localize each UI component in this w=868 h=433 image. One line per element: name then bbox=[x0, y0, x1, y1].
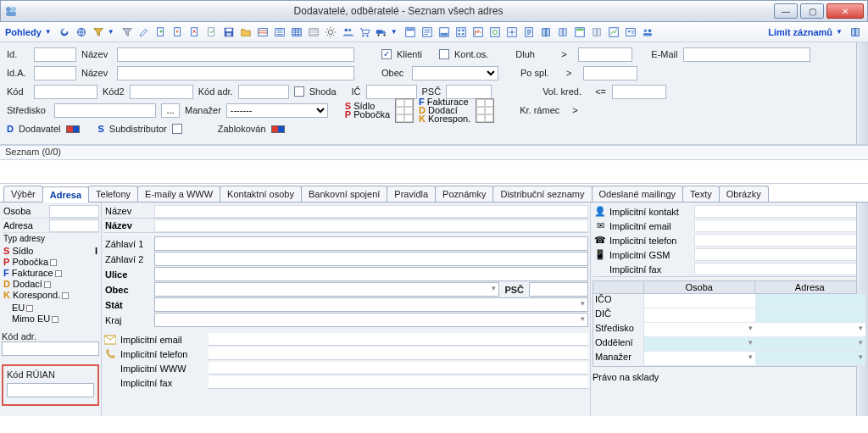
nazev2-input[interactable] bbox=[117, 66, 354, 80]
manazer-select[interactable]: ------- bbox=[226, 103, 328, 118]
m-imp-email-value[interactable] bbox=[209, 333, 588, 346]
check-doc-icon[interactable] bbox=[204, 25, 220, 40]
m-kraj-select[interactable] bbox=[154, 313, 588, 327]
at-korespond-marker[interactable] bbox=[62, 292, 69, 299]
m-imp-fax-value[interactable] bbox=[209, 376, 588, 389]
m-zahlavi1-input[interactable] bbox=[154, 236, 588, 251]
m-ulice-input[interactable] bbox=[154, 267, 588, 281]
ico-adresa[interactable] bbox=[755, 294, 866, 308]
people2-icon[interactable] bbox=[640, 25, 655, 40]
m-nazev-value[interactable] bbox=[154, 205, 588, 218]
kontos-checkbox[interactable] bbox=[439, 49, 449, 59]
at-eu-marker[interactable] bbox=[26, 305, 33, 312]
book3-icon[interactable] bbox=[589, 25, 604, 40]
kod2-input[interactable] bbox=[130, 85, 193, 99]
ic-input[interactable] bbox=[366, 85, 417, 99]
volkred-input[interactable] bbox=[612, 85, 666, 99]
r-imp-fax-value[interactable] bbox=[694, 263, 866, 275]
r-imp-telefon-value[interactable] bbox=[694, 234, 866, 247]
book2-icon[interactable] bbox=[555, 25, 570, 40]
tab-bankovn-spojen-[interactable]: Bankovní spojení bbox=[301, 186, 387, 202]
m-imp-telefon-value[interactable] bbox=[209, 347, 588, 360]
globe-icon[interactable] bbox=[74, 25, 89, 40]
at-dodaci-marker[interactable] bbox=[44, 281, 51, 288]
book1-icon[interactable] bbox=[538, 25, 554, 40]
oddel-osoba[interactable] bbox=[644, 337, 755, 352]
tab-odeslan-mailingy[interactable]: Odeslané mailingy bbox=[592, 186, 684, 202]
tab-kontaktn-osoby[interactable]: Kontaktní osoby bbox=[220, 186, 302, 202]
gear-icon[interactable] bbox=[323, 25, 338, 40]
views-menu[interactable]: Pohledy bbox=[5, 27, 42, 37]
dodavatel-toggle[interactable] bbox=[66, 125, 80, 133]
email-input[interactable] bbox=[683, 47, 810, 62]
sp-grid[interactable] bbox=[395, 98, 414, 123]
limit-menu[interactable]: Limit záznamů bbox=[768, 27, 832, 37]
open-folder-icon[interactable] bbox=[238, 25, 253, 40]
form-green-icon[interactable] bbox=[572, 25, 587, 40]
refresh-icon[interactable] bbox=[57, 25, 72, 40]
stredisko-browse-button[interactable]: ... bbox=[161, 103, 180, 118]
ico-osoba[interactable] bbox=[644, 294, 755, 308]
dic-osoba[interactable] bbox=[644, 308, 755, 323]
form7-icon[interactable] bbox=[504, 25, 520, 40]
list3-icon[interactable] bbox=[289, 25, 304, 40]
minimize-button[interactable]: — bbox=[774, 3, 798, 19]
close-button[interactable]: ✕ bbox=[826, 3, 864, 19]
tab-telefony[interactable]: Telefony bbox=[88, 186, 138, 202]
tab-distribu-n-seznamy[interactable]: Distribuční seznamy bbox=[492, 186, 592, 202]
doc-lines-icon[interactable] bbox=[521, 25, 537, 40]
filter-scrollbar[interactable] bbox=[856, 42, 868, 144]
kodadr2-input[interactable] bbox=[2, 341, 99, 356]
form8-icon[interactable] bbox=[606, 25, 621, 40]
book-end-icon[interactable] bbox=[848, 25, 863, 40]
truck-icon[interactable] bbox=[374, 25, 389, 40]
m-psc-input[interactable] bbox=[529, 282, 588, 297]
tab-pozn-mky[interactable]: Poznámky bbox=[435, 186, 493, 202]
m-zahlavi2-input[interactable] bbox=[154, 252, 588, 266]
m-imp-www-value[interactable] bbox=[209, 362, 588, 375]
save-icon[interactable] bbox=[221, 25, 236, 40]
tab-texty[interactable]: Texty bbox=[682, 186, 720, 202]
limit-dropdown-icon[interactable]: ▼ bbox=[836, 28, 843, 36]
kodadr-input[interactable] bbox=[238, 85, 289, 99]
at-pobocka-marker[interactable] bbox=[50, 259, 57, 266]
tab-adresa[interactable]: Adresa bbox=[42, 186, 89, 203]
form5-icon[interactable] bbox=[470, 25, 486, 40]
funnel-dropdown-icon[interactable]: ▼ bbox=[108, 28, 114, 36]
form3-icon[interactable] bbox=[437, 25, 452, 40]
kodruian-input[interactable] bbox=[7, 383, 94, 397]
dic-adresa[interactable] bbox=[755, 308, 866, 323]
pospl-input[interactable] bbox=[583, 66, 637, 80]
r-imp-kontakt-value[interactable] bbox=[694, 205, 866, 218]
m-nazev2-value[interactable] bbox=[154, 219, 588, 232]
person-card-icon[interactable] bbox=[623, 25, 638, 40]
manazer-adresa[interactable] bbox=[755, 352, 866, 366]
back-doc-icon[interactable] bbox=[170, 25, 186, 40]
list4-icon[interactable] bbox=[306, 25, 321, 40]
dluh-input[interactable] bbox=[578, 47, 632, 62]
stredisko-input[interactable] bbox=[54, 103, 156, 118]
adresa-value[interactable] bbox=[49, 219, 99, 232]
r-imp-email-value[interactable] bbox=[694, 219, 866, 232]
form6-icon[interactable] bbox=[487, 25, 503, 40]
fdk-grid[interactable] bbox=[476, 98, 494, 123]
form4-icon[interactable] bbox=[453, 25, 469, 40]
list2-icon[interactable] bbox=[272, 25, 287, 40]
tab-pravidla[interactable]: Pravidla bbox=[387, 186, 436, 202]
stred-osoba[interactable] bbox=[644, 323, 755, 337]
manazer-osoba[interactable] bbox=[644, 352, 755, 366]
id-input[interactable] bbox=[34, 47, 76, 62]
at-mimoeu-marker[interactable] bbox=[52, 316, 58, 323]
list1-icon[interactable] bbox=[255, 25, 270, 40]
m-stat-select[interactable] bbox=[154, 297, 588, 312]
edit-icon[interactable] bbox=[136, 25, 152, 40]
form2-icon[interactable] bbox=[420, 25, 435, 40]
new-doc-icon[interactable] bbox=[153, 25, 169, 40]
tab-e-maily-a-www[interactable]: E-maily a WWW bbox=[137, 186, 220, 202]
kod-input[interactable] bbox=[34, 85, 97, 99]
nazev-input[interactable] bbox=[117, 47, 354, 62]
oddel-adresa[interactable] bbox=[755, 337, 866, 352]
osoba-value[interactable] bbox=[49, 205, 99, 218]
obec-select[interactable] bbox=[412, 66, 498, 80]
truck-dropdown-icon[interactable]: ▼ bbox=[391, 28, 398, 36]
